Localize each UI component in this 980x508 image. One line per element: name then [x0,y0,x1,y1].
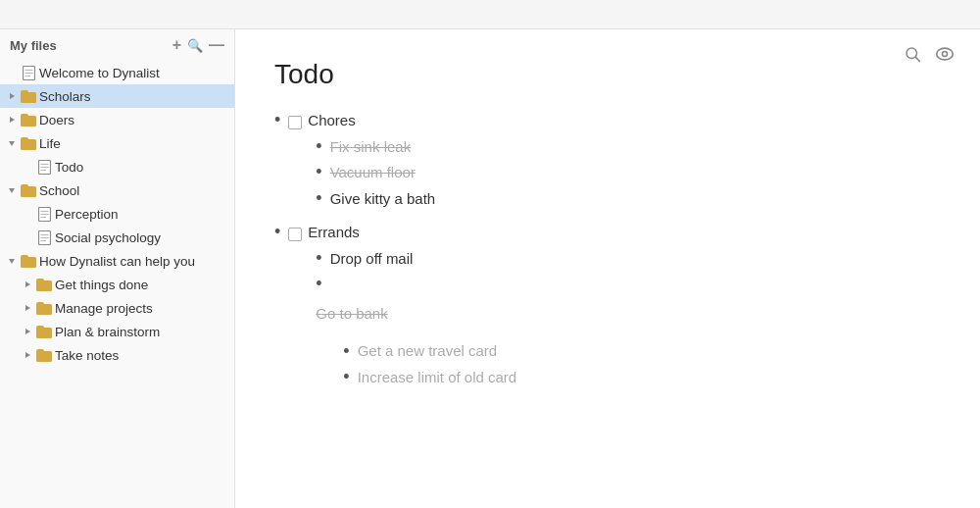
toggle-manage-projects[interactable] [20,300,35,316]
child-label-vacuum: Vacuum floor [330,162,416,184]
sidebar-label-take-notes: Take notes [55,348,119,363]
sidebar-item-todo[interactable]: Todo [0,155,234,178]
svg-marker-4 [10,93,15,99]
child-item-kitty: •Give kitty a bath [316,188,435,211]
toggle-get-things-done[interactable] [20,277,35,292]
sidebar-label-scholars: Scholars [39,89,91,104]
svg-line-44 [915,57,919,61]
toggle-welcome [4,65,20,80]
nested-list-go-bank: •Get a new travel card•Increase limit of… [316,336,516,392]
sidebar-item-social-psychology[interactable]: Social psychology [0,226,234,249]
search-icon-btn[interactable] [904,45,921,68]
folder-icon-plan-brainstorm [35,323,53,340]
add-icon[interactable]: + [172,37,181,53]
content-header-row [888,37,970,76]
sidebar-label-perception: Perception [55,207,119,222]
todo-section-chores: •Chores•Fix sink leak•Vacuum floor•Give … [274,110,941,214]
sidebar-item-perception[interactable]: Perception [0,202,234,226]
svg-point-46 [943,52,948,57]
sidebar-label-plan-brainstorm: Plan & brainstorm [55,325,160,339]
sidebar-item-get-things-done[interactable]: Get things done [0,273,234,296]
folder-icon-doers [20,111,37,128]
toggle-social-psychology [20,229,35,245]
sidebar-header-actions: + 🔍 — [172,37,224,53]
sidebar-item-take-notes[interactable]: Take notes [0,343,234,367]
page-title: Todo [274,59,941,90]
svg-marker-28 [9,259,15,264]
folder-icon-life [20,134,37,152]
sidebar-label-todo: Todo [55,160,83,175]
doc-icon-social-psychology [35,229,53,246]
bullet-kitty: • [316,188,321,210]
doc-icon-welcome [20,64,37,81]
section-inner-errands: Errands•Drop off mail•Go to bank•Get a n… [288,222,516,396]
section-label-chores: Chores [308,110,355,132]
child-label-kitty: Give kitty a bath [330,188,436,211]
toggle-doers[interactable] [4,112,20,127]
nested-list-chores: •Fix sink leak•Vacuum floor•Give kitty a… [288,136,435,211]
svg-rect-19 [21,186,27,189]
main-layout: My files + 🔍 — Welcome to Dynalist Schol… [0,29,980,508]
section-inner-chores: Chores•Fix sink leak•Vacuum floor•Give k… [288,110,435,214]
bullet-chores: • [274,110,280,131]
sub-item-travel-card: •Get a new travel card [343,340,516,363]
sub-label-increase-limit: Increase limit of old card [358,367,517,389]
toggle-perception [20,206,35,222]
sidebar-label-school: School [39,183,79,198]
checkbox-chores[interactable] [288,116,302,129]
sidebar-item-how-dynalist[interactable]: How Dynalist can help you [0,249,234,273]
folder-icon-take-notes [35,346,53,364]
section-label-errands: Errands [308,222,360,244]
sidebar-item-school[interactable]: School [0,178,234,202]
sidebar-label-welcome: Welcome to Dynalist [39,66,160,80]
toggle-school[interactable] [4,182,20,198]
svg-rect-42 [36,351,43,354]
eye-icon-btn[interactable] [935,45,955,68]
search-icon[interactable]: 🔍 [187,39,203,52]
toggle-take-notes[interactable] [20,347,35,363]
nested-list-errands: •Drop off mail•Go to bank•Get a new trav… [288,248,516,393]
child-label-fix-sink: Fix sink leak [330,136,412,159]
sidebar-label-life: Life [39,136,61,151]
svg-marker-10 [9,141,15,146]
todo-section-errands: •Errands•Drop off mail•Go to bank•Get a … [274,222,941,396]
sidebar-label-get-things-done: Get things done [55,278,148,292]
bullet-increase-limit: • [343,367,349,388]
sidebar-item-welcome[interactable]: Welcome to Dynalist [0,61,234,84]
sidebar-title: My files [10,38,57,53]
svg-marker-37 [25,329,30,334]
svg-rect-36 [36,304,43,307]
toggle-todo [20,159,35,175]
sidebar-item-manage-projects[interactable]: Manage projects [0,296,234,320]
sidebar-item-life[interactable]: Life [0,131,234,155]
child-label-go-bank: Go to bank [316,303,387,326]
folder-icon-school [20,181,37,199]
sub-item-increase-limit: •Increase limit of old card [343,367,516,389]
svg-point-45 [937,48,954,60]
sidebar-item-doers[interactable]: Doers [0,108,234,131]
svg-marker-31 [25,281,30,287]
svg-rect-30 [21,257,27,260]
todo-list: •Chores•Fix sink leak•Vacuum floor•Give … [274,110,941,396]
svg-marker-40 [25,352,30,358]
svg-marker-7 [10,117,15,123]
checkbox-errands[interactable] [288,228,302,241]
svg-rect-6 [21,92,27,95]
top-bar [0,0,980,29]
svg-marker-17 [9,188,15,193]
bullet-drop-mail: • [316,248,321,270]
svg-marker-34 [25,305,30,311]
sidebar-item-plan-brainstorm[interactable]: Plan & brainstorm [0,320,234,343]
sidebar-item-scholars[interactable]: Scholars [0,84,234,108]
sidebar: My files + 🔍 — Welcome to Dynalist Schol… [0,29,235,508]
folder-icon-manage-projects [35,299,53,317]
toggle-plan-brainstorm[interactable] [20,324,35,339]
bullet-errands: • [274,222,280,243]
collapse-icon[interactable]: — [209,37,224,53]
folder-icon-scholars [20,87,37,105]
svg-rect-33 [36,280,43,283]
toggle-scholars[interactable] [4,88,20,104]
child-item-drop-mail: •Drop off mail [316,248,516,271]
toggle-how-dynalist[interactable] [4,253,20,269]
toggle-life[interactable] [4,135,20,151]
